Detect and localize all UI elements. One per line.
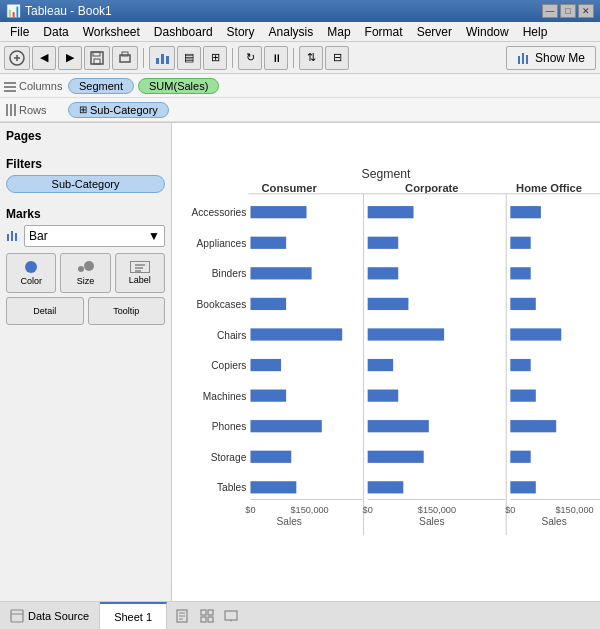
svg-rect-21 [11, 231, 13, 241]
menu-dashboard[interactable]: Dashboard [148, 23, 219, 41]
toolbar-back[interactable]: ◀ [32, 46, 56, 70]
marks-label-label: Label [129, 275, 151, 285]
new-dashboard-icon[interactable] [197, 606, 217, 626]
menu-worksheet[interactable]: Worksheet [77, 23, 146, 41]
rows-label: Rows [4, 104, 64, 116]
svg-point-25 [84, 261, 94, 271]
toolbar-filter[interactable]: ⊟ [325, 46, 349, 70]
svg-text:Storage: Storage [211, 452, 247, 463]
svg-rect-46 [368, 298, 409, 310]
svg-rect-45 [250, 298, 286, 310]
toolbar-chart2[interactable]: ▤ [177, 46, 201, 70]
marks-section: Marks Bar ▼ Color [6, 207, 165, 325]
svg-text:$150,000: $150,000 [418, 505, 456, 515]
svg-rect-14 [4, 82, 16, 84]
svg-text:Sales: Sales [419, 516, 444, 527]
chart-area: Segment Consumer Corporate Home Office A… [172, 123, 600, 601]
toolbar-print[interactable] [112, 46, 138, 70]
svg-rect-65 [250, 451, 291, 463]
marks-detail-button[interactable]: Detail [6, 297, 84, 325]
marks-color-button[interactable]: Color [6, 253, 56, 293]
dropdown-arrow-icon: ▼ [148, 229, 160, 243]
svg-rect-33 [250, 206, 306, 218]
svg-rect-53 [250, 359, 281, 371]
toolbar-chart3[interactable]: ⊞ [203, 46, 227, 70]
database-icon [10, 609, 24, 623]
content-area: Pages Filters Sub-Category Marks Bar ▼ [0, 123, 600, 601]
sheet1-tab[interactable]: Sheet 1 [100, 602, 167, 629]
filters-section: Filters Sub-Category [6, 157, 165, 193]
marks-color-label: Color [20, 276, 42, 286]
new-worksheet-icon[interactable] [173, 606, 193, 626]
svg-rect-34 [368, 206, 414, 218]
svg-rect-16 [4, 90, 16, 92]
bar-chart-icon [6, 228, 20, 245]
svg-rect-19 [14, 104, 16, 116]
separator-2 [232, 48, 233, 68]
marks-tooltip-button[interactable]: Tooltip [88, 297, 166, 325]
svg-text:Binders: Binders [212, 268, 247, 279]
toolbar-pause[interactable]: ⏸ [264, 46, 288, 70]
menu-file[interactable]: File [4, 23, 35, 41]
marks-type-row: Bar ▼ [6, 225, 165, 247]
show-me-button[interactable]: Show Me [506, 46, 596, 70]
svg-rect-12 [522, 53, 524, 64]
data-source-tab[interactable]: Data Source [0, 602, 100, 629]
toolbar-forward[interactable]: ▶ [58, 46, 82, 70]
menu-server[interactable]: Server [411, 23, 458, 41]
svg-rect-22 [15, 233, 17, 241]
svg-text:$150,000: $150,000 [290, 505, 328, 515]
columns-pill-segment[interactable]: Segment [68, 78, 134, 94]
svg-rect-90 [201, 610, 206, 615]
svg-rect-70 [368, 481, 404, 493]
minimize-button[interactable]: — [542, 4, 558, 18]
app-icon: 📊 [6, 4, 21, 18]
rows-pill-subcategory[interactable]: ⊞ Sub-Category [68, 102, 169, 118]
marks-type-select[interactable]: Bar ▼ [24, 225, 165, 247]
menu-format[interactable]: Format [359, 23, 409, 41]
menu-help[interactable]: Help [517, 23, 554, 41]
toolbar-save[interactable] [84, 46, 110, 70]
menu-story[interactable]: Story [221, 23, 261, 41]
svg-rect-42 [368, 267, 399, 279]
svg-rect-92 [201, 617, 206, 622]
menu-analysis[interactable]: Analysis [263, 23, 320, 41]
marks-buttons: Color Size Label [6, 253, 165, 293]
tab-icons [167, 606, 247, 626]
filter-subcategory[interactable]: Sub-Category [6, 175, 165, 193]
menu-data[interactable]: Data [37, 23, 74, 41]
maximize-button[interactable]: □ [560, 4, 576, 18]
svg-rect-35 [510, 206, 541, 218]
svg-marker-95 [230, 620, 232, 622]
rows-shelf: Rows ⊞ Sub-Category [0, 98, 600, 122]
marks-btn-row: Detail Tooltip [6, 297, 165, 325]
close-button[interactable]: ✕ [578, 4, 594, 18]
marks-size-label: Size [77, 276, 95, 286]
menu-window[interactable]: Window [460, 23, 515, 41]
svg-rect-57 [250, 390, 286, 402]
marks-label-button[interactable]: Label [115, 253, 165, 293]
toolbar-refresh[interactable]: ↻ [238, 46, 262, 70]
svg-point-23 [25, 261, 37, 273]
svg-rect-84 [11, 610, 23, 622]
toolbar-sort[interactable]: ⇅ [299, 46, 323, 70]
window-controls[interactable]: — □ ✕ [542, 4, 594, 18]
chart-svg: Segment Consumer Corporate Home Office A… [172, 123, 600, 601]
svg-rect-8 [156, 58, 159, 64]
new-story-icon[interactable] [221, 606, 241, 626]
marks-size-button[interactable]: Size [60, 253, 110, 293]
toolbar-chart1[interactable] [149, 46, 175, 70]
svg-rect-39 [510, 237, 530, 249]
toolbar-new[interactable] [4, 46, 30, 70]
columns-pill-sales[interactable]: SUM(Sales) [138, 78, 219, 94]
menu-bar: File Data Worksheet Dashboard Story Anal… [0, 22, 600, 42]
svg-text:Phones: Phones [212, 421, 247, 432]
title-bar: 📊 Tableau - Book1 — □ ✕ [0, 0, 600, 22]
menu-map[interactable]: Map [321, 23, 356, 41]
svg-rect-41 [250, 267, 311, 279]
svg-text:Sales: Sales [541, 516, 566, 527]
filters-title: Filters [6, 157, 165, 171]
svg-text:Machines: Machines [203, 391, 247, 402]
svg-point-24 [78, 266, 84, 272]
svg-rect-71 [510, 481, 535, 493]
